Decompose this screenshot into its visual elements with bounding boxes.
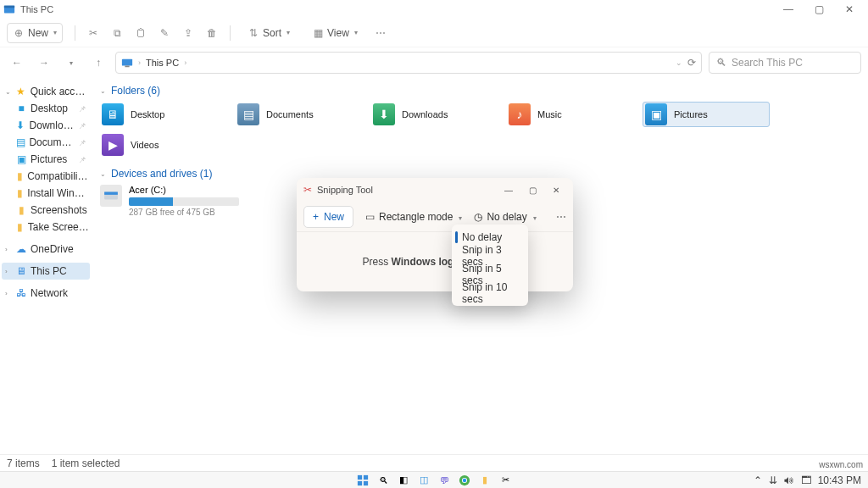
sidebar-onedrive[interactable]: ›☁OneDrive bbox=[2, 241, 90, 258]
chevron-down-icon: ⌄ bbox=[100, 170, 106, 178]
sidebar-item-compat[interactable]: ▮Compatibility Mode bbox=[2, 168, 90, 185]
cut-icon[interactable]: ✂ bbox=[87, 27, 99, 39]
chevron-right-icon: › bbox=[138, 58, 141, 67]
snip-title: Snipping Tool bbox=[317, 185, 493, 195]
sidebar-quick-access[interactable]: ⌄ ★ Quick access bbox=[2, 83, 90, 100]
separator bbox=[230, 25, 231, 41]
pictures-icon: ▣ bbox=[645, 103, 667, 125]
separator bbox=[75, 25, 75, 41]
chat-icon[interactable]: 💬︎ bbox=[437, 474, 451, 487]
explorer-icon[interactable]: ▮ bbox=[478, 474, 492, 487]
drive-c[interactable]: Acer (C:) 287 GB free of 475 GB bbox=[100, 185, 303, 217]
svg-rect-2 bbox=[122, 59, 132, 66]
delay-option-no-delay[interactable]: No delay bbox=[455, 228, 525, 247]
snip-delay-button[interactable]: ◷ No delay bbox=[474, 211, 536, 223]
folder-icon: ▮ bbox=[15, 204, 27, 216]
titlebar: This PC — ▢ ✕ bbox=[0, 0, 868, 19]
chevron-right-icon: › bbox=[5, 246, 12, 253]
sort-button[interactable]: ⇅ Sort bbox=[242, 24, 295, 42]
folder-videos[interactable]: ▶Videos bbox=[100, 132, 227, 158]
snip-more-icon[interactable]: ⋯ bbox=[556, 211, 566, 223]
tray-arrow-icon[interactable]: ⌃ bbox=[754, 474, 762, 486]
snip-mode-label: Rectangle mode bbox=[379, 211, 453, 223]
taskbar-search-icon[interactable]: 🔍︎ bbox=[376, 474, 390, 487]
minimize-button[interactable]: — bbox=[773, 0, 804, 19]
folders-grid: 🖥︎Desktop ▤Documents ⬇Downloads ♪Music ▣… bbox=[100, 102, 860, 158]
folder-music[interactable]: ♪Music bbox=[507, 102, 634, 127]
network-icon: 🖧 bbox=[15, 287, 27, 299]
close-button[interactable]: ✕ bbox=[834, 0, 865, 19]
refresh-icon[interactable]: ⟳ bbox=[687, 57, 696, 69]
sidebar-item-downloads[interactable]: ⬇Downloads📌︎ bbox=[2, 117, 90, 134]
pin-icon: 📌︎ bbox=[78, 104, 86, 114]
snip-hint: Press Windows logo key + Shi bbox=[297, 232, 573, 291]
view-button[interactable]: ▦ View bbox=[307, 24, 363, 42]
sidebar-item-documents[interactable]: ▤Documents📌︎ bbox=[2, 134, 90, 151]
search-placeholder: Search This PC bbox=[732, 57, 803, 69]
task-view-icon[interactable]: ◧ bbox=[397, 474, 410, 487]
drive-name: Acer (C:) bbox=[129, 185, 303, 195]
sidebar-network[interactable]: ›🖧Network bbox=[2, 285, 90, 302]
drive-free-text: 287 GB free of 475 GB bbox=[129, 208, 303, 217]
sidebar-this-pc[interactable]: ›🖥︎This PC bbox=[2, 263, 90, 280]
battery-icon[interactable]: 🗔 bbox=[801, 474, 811, 486]
share-icon[interactable]: ⇪ bbox=[182, 27, 194, 39]
clock[interactable]: 10:43 PM bbox=[818, 474, 861, 486]
delete-icon[interactable]: 🗑︎ bbox=[206, 27, 218, 39]
paste-icon[interactable]: 📋︎ bbox=[135, 27, 147, 39]
chevron-down-icon bbox=[531, 211, 537, 223]
plus-icon: ⊕ bbox=[13, 27, 25, 39]
sidebar-item-desktop[interactable]: ■Desktop📌︎ bbox=[2, 100, 90, 117]
taskbar: 🔍︎ ◧ ◫ 💬︎ ▮ ✂ ⌃ ⇊ 🔊︎ 🗔 10:43 PM bbox=[0, 471, 868, 488]
copy-icon[interactable]: ⧉ bbox=[111, 27, 123, 39]
more-icon[interactable]: ⋯ bbox=[375, 27, 387, 39]
folder-documents[interactable]: ▤Documents bbox=[236, 102, 363, 127]
documents-icon: ▤ bbox=[237, 103, 259, 125]
snip-mode-button[interactable]: ▭ Rectangle mode bbox=[365, 211, 462, 223]
forward-button[interactable]: → bbox=[34, 53, 54, 73]
folder-pictures[interactable]: ▣Pictures bbox=[643, 102, 770, 127]
folders-section-header[interactable]: ⌄ Folders (6) bbox=[100, 85, 860, 97]
folder-desktop[interactable]: 🖥︎Desktop bbox=[100, 102, 227, 127]
status-bar: 7 items 1 item selected bbox=[0, 454, 868, 471]
chevron-down-icon[interactable]: ⌄ bbox=[676, 58, 682, 67]
start-button[interactable] bbox=[356, 474, 370, 487]
chevron-down-icon: ⌄ bbox=[100, 87, 106, 95]
sidebar-item-pictures[interactable]: ▣Pictures📌︎ bbox=[2, 151, 90, 168]
delay-option-10s[interactable]: Snip in 10 secs bbox=[455, 284, 525, 302]
snip-minimize-button[interactable]: — bbox=[498, 181, 519, 198]
window-title: This PC bbox=[20, 4, 773, 14]
wifi-icon[interactable]: ⇊ bbox=[769, 474, 777, 486]
up-button[interactable]: ↑ bbox=[88, 53, 108, 73]
snip-maximize-button[interactable]: ▢ bbox=[522, 181, 542, 198]
pin-icon: 📌︎ bbox=[78, 155, 86, 164]
snip-delay-label: No delay bbox=[487, 211, 526, 223]
sidebar-item-take-screenshots[interactable]: ▮Take Screenshots bbox=[2, 219, 90, 236]
svg-rect-8 bbox=[358, 480, 362, 485]
snip-app-icon: ✂ bbox=[303, 184, 312, 196]
chrome-icon[interactable] bbox=[458, 474, 471, 487]
new-button[interactable]: ⊕ New bbox=[7, 23, 63, 43]
back-button[interactable]: ← bbox=[7, 53, 27, 73]
plus-icon: + bbox=[313, 211, 319, 223]
folder-icon: ▮ bbox=[15, 187, 24, 199]
sidebar-item-screenshots[interactable]: ▮Screenshots bbox=[2, 202, 90, 219]
widgets-icon[interactable]: ◫ bbox=[417, 474, 431, 487]
snip-close-button[interactable]: ✕ bbox=[546, 181, 566, 198]
address-bar[interactable]: › This PC › ⌄ ⟳ bbox=[115, 52, 702, 74]
snip-new-button[interactable]: + New bbox=[303, 206, 353, 228]
rename-icon[interactable]: ✎ bbox=[159, 27, 170, 39]
breadcrumb[interactable]: This PC bbox=[146, 58, 179, 68]
svg-rect-3 bbox=[125, 66, 129, 68]
view-icon: ▦ bbox=[312, 27, 324, 39]
volume-icon[interactable]: 🔊︎ bbox=[784, 474, 794, 486]
snip-new-label: New bbox=[324, 211, 344, 223]
snipping-tool-icon[interactable]: ✂ bbox=[498, 474, 512, 487]
recent-button[interactable]: ▾ bbox=[61, 53, 81, 73]
maximize-button[interactable]: ▢ bbox=[804, 0, 834, 19]
sidebar-item-install[interactable]: ▮Install Windows 11 bbox=[2, 185, 90, 202]
pc-icon: 🖥︎ bbox=[15, 265, 27, 277]
pin-icon: 📌︎ bbox=[78, 121, 86, 130]
search-input[interactable]: 🔍︎ Search This PC bbox=[709, 52, 861, 74]
folder-downloads[interactable]: ⬇Downloads bbox=[371, 102, 498, 127]
